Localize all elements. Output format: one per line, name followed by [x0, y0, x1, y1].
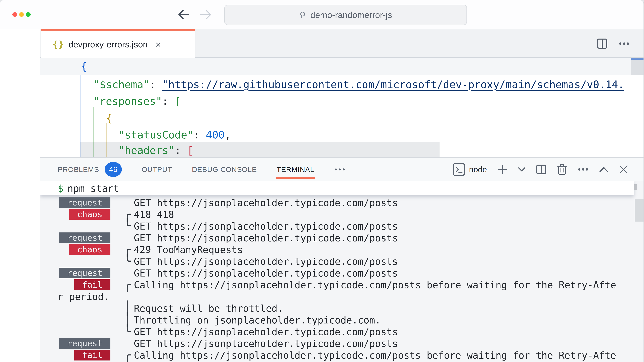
split-terminal-icon[interactable]	[536, 164, 546, 174]
log-text: GET https://jsonplaceholder.typicode.com…	[134, 232, 398, 244]
more-actions-icon[interactable]	[578, 164, 588, 175]
code-line: "headers": [	[118, 142, 194, 157]
code-token: :	[194, 129, 206, 141]
code-token: "responses"	[93, 95, 162, 107]
log-group-bracket: ╰	[123, 255, 131, 267]
code-editor[interactable]: "$schema": "https://raw.githubuserconten…	[40, 58, 644, 157]
sticky-scroll-line: {	[81, 58, 87, 75]
code-token: "https://raw.githubusercontent.com/micro…	[162, 78, 624, 91]
log-text: Throttling on jsonplaceholder.typicode.c…	[134, 314, 381, 326]
tab-close-icon[interactable]: ×	[156, 39, 161, 50]
log-text: GET https://jsonplaceholder.typicode.com…	[134, 256, 398, 267]
search-icon	[299, 11, 307, 19]
panel-tabs-overflow-icon[interactable]	[334, 165, 346, 174]
editor-tabstrip: {} devproxy-errors.json ×	[40, 29, 644, 58]
code-token: "headers"	[118, 144, 175, 156]
log-group-bracket: ╭	[123, 349, 131, 361]
tab-debug-console[interactable]: DEBUG CONSOLE	[192, 158, 257, 181]
log-text: GET https://jsonplaceholder.typicode.com…	[134, 197, 398, 209]
log-label-chaos: chaos	[69, 209, 110, 220]
more-actions-icon[interactable]	[618, 38, 630, 49]
shell-prompt: $	[58, 183, 64, 194]
code-token: "$schema"	[93, 78, 150, 91]
editor-scrollbar-track[interactable]	[631, 60, 644, 75]
log-text: 429 TooManyRequests	[134, 244, 243, 256]
log-text: GET https://jsonplaceholder.typicode.com…	[134, 267, 398, 279]
forward-arrow-icon[interactable]	[200, 8, 212, 21]
terminal-row: ╰GET https://jsonplaceholder.typicode.co…	[40, 220, 644, 232]
log-group-bracket: ╭	[123, 279, 131, 290]
terminal-row: fail╭Calling https://jsonplaceholder.typ…	[40, 349, 644, 361]
split-editor-icon[interactable]	[597, 38, 608, 49]
editor-scrollbar-thumb[interactable]	[631, 58, 644, 60]
left-gutter	[0, 29, 40, 362]
traffic-lights	[12, 0, 30, 29]
search-text: demo-randomerror-js	[310, 10, 392, 20]
terminal-scrollbar-thumb-top[interactable]	[634, 184, 637, 190]
terminal-scrollbar-thumb[interactable]	[635, 199, 644, 222]
log-text: GET https://jsonplaceholder.typicode.com…	[134, 220, 398, 232]
shell-command: npm start	[68, 183, 119, 194]
sticky-scroll-row: {	[40, 58, 644, 75]
code-token: [	[187, 144, 194, 156]
active-shell-item[interactable]: node	[452, 163, 487, 176]
code-line: "$schema": "https://raw.githubuserconten…	[93, 76, 624, 93]
terminal-row: ╰GET https://jsonplaceholder.typicode.co…	[40, 256, 644, 267]
trash-icon[interactable]	[557, 164, 567, 175]
chevron-down-icon[interactable]	[518, 167, 525, 172]
code-token: {	[106, 112, 112, 124]
log-label-request: request	[59, 197, 110, 208]
log-text: GET https://jsonplaceholder.typicode.com…	[134, 338, 398, 349]
editor-actions	[597, 29, 630, 58]
close-panel-icon[interactable]	[619, 165, 628, 174]
log-group-bracket: ╰	[123, 326, 131, 337]
code-line: "statusCode": 400,	[118, 126, 231, 143]
log-text: Calling https://jsonplaceholder.typicode…	[134, 279, 616, 291]
indent-guide	[80, 75, 81, 157]
code-line: "responses": [	[93, 93, 181, 110]
minimize-window-button[interactable]	[19, 12, 24, 17]
json-file-icon: {}	[52, 39, 64, 50]
chevron-up-icon[interactable]	[599, 166, 608, 172]
panel-actions: node	[452, 158, 628, 181]
log-label-request: request	[59, 338, 110, 349]
log-label-chaos: chaos	[69, 244, 110, 255]
zoom-window-button[interactable]	[26, 12, 30, 17]
terminal-command-row: $ npm start	[40, 181, 634, 196]
log-label-request: request	[59, 233, 110, 243]
code-token: "statusCode"	[118, 129, 194, 141]
log-text: Calling https://jsonplaceholder.typicode…	[134, 349, 616, 361]
log-text: Request will be throttled.	[134, 302, 283, 314]
code-token: :	[162, 95, 175, 107]
tab-problems[interactable]: PROBLEMS 46	[58, 158, 122, 181]
tab-terminal[interactable]: TERMINAL	[276, 158, 314, 181]
log-label-fail: fail	[74, 279, 110, 290]
titlebar: demo-randomerror-js	[0, 0, 644, 29]
log-group-bracket: ╰	[123, 220, 131, 232]
log-text: GET https://jsonplaceholder.typicode.com…	[134, 326, 398, 338]
terminal-row: ╰GET https://jsonplaceholder.typicode.co…	[40, 326, 644, 338]
tab-terminal-label: TERMINAL	[276, 165, 314, 174]
tab-output[interactable]: OUTPUT	[142, 158, 172, 181]
code-token: 400	[206, 129, 225, 141]
tab-debug-console-label: DEBUG CONSOLE	[192, 165, 257, 174]
window-search-input[interactable]: demo-randomerror-js	[224, 5, 467, 25]
log-label-request: request	[59, 268, 110, 278]
log-text: r period.	[58, 291, 110, 302]
terminal-row: fail╭Calling https://jsonplaceholder.typ…	[40, 279, 644, 291]
screenshot-stage: demo-randomerror-js {} devproxy-errors.j…	[0, 0, 644, 362]
code-token: :	[150, 78, 162, 91]
back-arrow-icon[interactable]	[177, 8, 190, 21]
tab-devproxy-errors-json[interactable]: {} devproxy-errors.json ×	[41, 29, 196, 58]
new-terminal-plus-icon[interactable]	[498, 164, 507, 174]
code-token: :	[175, 144, 187, 156]
vscode-window: demo-randomerror-js {} devproxy-errors.j…	[0, 0, 644, 362]
terminal-output[interactable]: requestGET https://jsonplaceholder.typic…	[40, 181, 644, 362]
tab-output-label: OUTPUT	[142, 165, 172, 174]
log-label-fail: fail	[74, 350, 110, 360]
tab-problems-label: PROBLEMS	[58, 165, 99, 174]
tab-label: devproxy-errors.json	[68, 39, 148, 49]
terminal-icon	[452, 163, 465, 176]
close-window-button[interactable]	[12, 12, 17, 17]
indent-guide	[93, 107, 94, 157]
